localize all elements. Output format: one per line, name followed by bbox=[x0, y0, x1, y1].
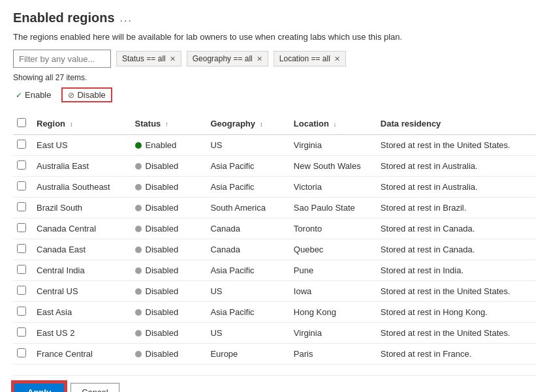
row-residency: Stored at rest in the United States. bbox=[377, 281, 536, 302]
row-location: New South Wales bbox=[290, 156, 377, 177]
row-region: East US 2 bbox=[33, 323, 131, 344]
row-location: Iowa bbox=[290, 281, 377, 302]
status-dot bbox=[135, 163, 142, 170]
row-status: Disabled bbox=[131, 219, 207, 239]
row-status: Disabled bbox=[131, 239, 207, 260]
table-row: Central US Disabled US Iowa Stored at re… bbox=[13, 281, 536, 302]
row-region: Australia Southeast bbox=[33, 177, 131, 198]
row-checkbox-cell bbox=[13, 156, 33, 177]
row-geography: US bbox=[206, 323, 289, 344]
status-label: Disabled bbox=[146, 328, 179, 338]
row-location: Virginia bbox=[290, 323, 377, 344]
filter-tag-location-label: Location == all bbox=[279, 54, 330, 63]
row-status: Disabled bbox=[131, 302, 207, 323]
row-residency: Stored at rest in France. bbox=[377, 344, 536, 365]
row-residency: Stored at rest in Brazil. bbox=[377, 198, 536, 219]
table-row: Australia East Disabled Asia Pacific New… bbox=[13, 156, 536, 177]
apply-button[interactable]: Apply bbox=[13, 382, 65, 392]
row-geography: Asia Pacific bbox=[206, 260, 289, 281]
row-checkbox[interactable] bbox=[17, 265, 26, 274]
sort-icon-status: ↑ bbox=[165, 121, 168, 128]
row-geography: Asia Pacific bbox=[206, 302, 289, 323]
select-all-checkbox[interactable] bbox=[17, 118, 26, 127]
filter-tag-geography: Geography == all ✕ bbox=[187, 51, 268, 67]
row-region: East Asia bbox=[33, 302, 131, 323]
footer: Apply Cancel bbox=[13, 375, 536, 392]
page-title-ellipsis: ... bbox=[120, 12, 133, 24]
showing-count: Showing all 27 items. bbox=[13, 73, 536, 82]
col-header-status[interactable]: Status ↑ bbox=[131, 113, 207, 135]
row-checkbox[interactable] bbox=[17, 244, 26, 253]
sort-icon-geography: ↕ bbox=[260, 121, 263, 128]
enable-button[interactable]: ✓ Enable bbox=[13, 89, 54, 101]
col-header-region[interactable]: Region ↕ bbox=[33, 113, 131, 135]
row-checkbox[interactable] bbox=[17, 307, 26, 316]
row-checkbox[interactable] bbox=[17, 348, 26, 357]
filter-tag-status-close[interactable]: ✕ bbox=[170, 55, 176, 63]
row-checkbox-cell bbox=[13, 198, 33, 219]
table-row: East US 2 Disabled US Virginia Stored at… bbox=[13, 323, 536, 344]
row-location: Toronto bbox=[290, 219, 377, 239]
row-checkbox-cell bbox=[13, 323, 33, 344]
row-checkbox[interactable] bbox=[17, 202, 26, 211]
sort-icon-location: ↓ bbox=[334, 121, 337, 128]
filter-tag-location-close[interactable]: ✕ bbox=[334, 55, 340, 63]
row-region: East US bbox=[33, 135, 131, 156]
status-dot bbox=[135, 309, 142, 316]
row-residency: Stored at rest in Australia. bbox=[377, 177, 536, 198]
cancel-button[interactable]: Cancel bbox=[71, 383, 119, 392]
row-checkbox[interactable] bbox=[17, 140, 26, 149]
status-dot bbox=[135, 351, 142, 357]
status-dot bbox=[135, 226, 142, 232]
status-dot bbox=[135, 184, 142, 190]
page-title: Enabled regions bbox=[13, 10, 115, 25]
row-checkbox[interactable] bbox=[17, 181, 26, 190]
row-checkbox-cell bbox=[13, 281, 33, 302]
filter-tag-geography-label: Geography == all bbox=[193, 54, 253, 63]
filter-tag-geography-close[interactable]: ✕ bbox=[257, 55, 262, 63]
regions-table: Region ↕ Status ↑ Geography ↕ Location ↓… bbox=[13, 113, 536, 365]
row-region: Central India bbox=[33, 260, 131, 281]
row-location: Quebec bbox=[290, 239, 377, 260]
status-dot bbox=[135, 288, 142, 295]
row-checkbox[interactable] bbox=[17, 327, 26, 337]
row-region: France Central bbox=[33, 344, 131, 365]
row-status: Disabled bbox=[131, 281, 207, 302]
row-checkbox[interactable] bbox=[17, 223, 26, 232]
row-residency: Stored at rest in Hong Kong. bbox=[377, 302, 536, 323]
filter-tag-location: Location == all ✕ bbox=[274, 51, 346, 67]
row-geography: Asia Pacific bbox=[206, 177, 289, 198]
filter-bar: Status == all ✕ Geography == all ✕ Locat… bbox=[13, 50, 536, 68]
row-residency: Stored at rest in India. bbox=[377, 260, 536, 281]
row-region: Canada East bbox=[33, 239, 131, 260]
table-row: East US Enabled US Virginia Stored at re… bbox=[13, 135, 536, 156]
row-status: Disabled bbox=[131, 177, 207, 198]
row-checkbox-cell bbox=[13, 135, 33, 156]
status-dot bbox=[135, 205, 142, 211]
row-region: Australia East bbox=[33, 156, 131, 177]
col-header-location[interactable]: Location ↓ bbox=[290, 113, 377, 135]
row-residency: Stored at rest in the United States. bbox=[377, 323, 536, 344]
filter-input[interactable] bbox=[13, 50, 111, 68]
page-description: The regions enabled here will be availab… bbox=[13, 32, 536, 42]
col-header-geography[interactable]: Geography ↕ bbox=[206, 113, 289, 135]
status-label: Disabled bbox=[146, 265, 179, 275]
row-location: Virginia bbox=[290, 135, 377, 156]
row-status: Disabled bbox=[131, 156, 207, 177]
row-checkbox[interactable] bbox=[17, 286, 26, 295]
row-checkbox[interactable] bbox=[17, 160, 26, 170]
table-row: East Asia Disabled Asia Pacific Hong Kon… bbox=[13, 302, 536, 323]
select-all-col bbox=[13, 113, 33, 135]
table-row: Central India Disabled Asia Pacific Pune… bbox=[13, 260, 536, 281]
checkmark-icon: ✓ bbox=[16, 91, 22, 100]
row-location: Paris bbox=[290, 344, 377, 365]
status-label: Disabled bbox=[146, 245, 179, 254]
disable-button[interactable]: ⊘ Disable bbox=[61, 87, 112, 102]
row-geography: US bbox=[206, 135, 289, 156]
status-dot bbox=[135, 142, 142, 149]
row-region: Central US bbox=[33, 281, 131, 302]
row-status: Disabled bbox=[131, 323, 207, 344]
row-checkbox-cell bbox=[13, 344, 33, 365]
table-row: Australia Southeast Disabled Asia Pacifi… bbox=[13, 177, 536, 198]
col-header-residency: Data residency bbox=[377, 113, 536, 135]
